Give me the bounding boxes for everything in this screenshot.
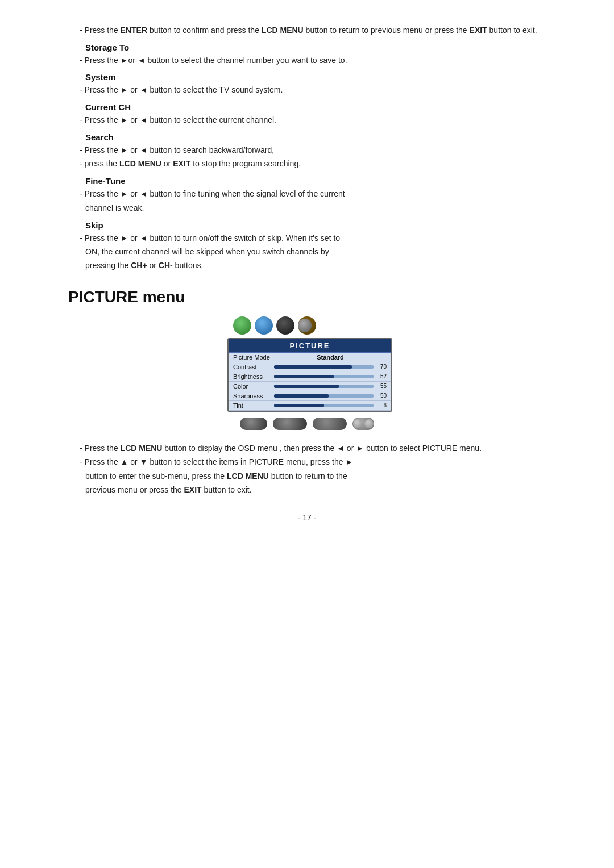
osd-num-contrast: 70: [375, 364, 387, 370]
bottom-instructions: - Press the LCD MENU button to display t…: [68, 443, 546, 496]
remote-icon-blue: [255, 316, 273, 335]
bottom-line-1: - Press the LCD MENU button to display t…: [74, 443, 546, 455]
osd-label-picture-mode: Picture Mode: [233, 354, 274, 361]
remote-icon-green: [233, 316, 251, 335]
osd-label-tint: Tint: [233, 402, 274, 409]
system-line: - Press the ► or ◄ button to select the …: [74, 84, 546, 97]
osd-row-sharpness: Sharpness 50: [229, 391, 391, 401]
enter-button-line: - Press the ENTER button to confirm and …: [74, 24, 546, 37]
bottom-line-2-cont1: button to enter the sub-menu, press the …: [85, 470, 546, 483]
osd-track-tint: [274, 404, 374, 407]
osd-screenshot-container: PICTURE Picture Mode Standard Contrast 7…: [68, 316, 546, 430]
osd-num-color: 55: [375, 383, 387, 389]
fine-tune-header: Fine-Tune: [85, 176, 546, 186]
search-line-1: - Press the ► or ◄ button to search back…: [74, 144, 546, 157]
osd-screen: PICTURE Picture Mode Standard Contrast 7…: [227, 338, 392, 412]
osd-wrapper: PICTURE Picture Mode Standard Contrast 7…: [205, 316, 409, 430]
osd-bar-color: 55: [274, 383, 387, 389]
remote-icons-bottom: [216, 418, 398, 430]
osd-row-tint: Tint 6: [229, 401, 391, 411]
osd-fill-tint: [274, 404, 324, 407]
skip-line-2: ON, the current channel will be skipped …: [85, 246, 546, 258]
osd-track-contrast: [274, 365, 374, 369]
osd-fill-color: [274, 385, 339, 388]
osd-label-sharpness: Sharpness: [233, 393, 274, 399]
osd-row-color: Color 55: [229, 382, 391, 391]
current-ch-header: Current CH: [85, 102, 546, 112]
bottom-line-2: - Press the ▲ or ▼ button to select the …: [74, 456, 546, 469]
picture-menu-title: PICTURE menu: [68, 288, 546, 306]
current-ch-line: - Press the ► or ◄ button to select the …: [74, 114, 546, 127]
osd-track-sharpness: [274, 394, 374, 398]
skip-line-3: pressing the CH+ or CH- buttons.: [85, 260, 546, 272]
skip-line-1: - Press the ► or ◄ button to turn on/off…: [74, 232, 546, 245]
remote-icon-dark: [276, 316, 294, 335]
fine-tune-line-cont: channel is weak.: [85, 202, 546, 215]
osd-fill-sharpness: [274, 394, 329, 398]
search-header: Search: [85, 132, 546, 142]
page-number: - 17 -: [68, 513, 546, 522]
osd-title: PICTURE: [229, 339, 391, 353]
osd-row-contrast: Contrast 70: [229, 362, 391, 372]
osd-fill-brightness: [274, 375, 334, 378]
remote-btn-2: [273, 418, 307, 430]
storage-to-header: Storage To: [85, 43, 546, 52]
osd-num-tint: 6: [375, 402, 387, 408]
remote-icons-top: [233, 316, 316, 335]
osd-row-brightness: Brightness 52: [229, 372, 391, 382]
osd-fill-contrast: [274, 365, 352, 369]
search-line-2: - press the LCD MENU or EXIT to stop the…: [74, 158, 546, 170]
osd-bar-brightness: 52: [274, 373, 387, 379]
remote-btn-1: [240, 418, 267, 430]
system-header: System: [85, 72, 546, 82]
intro-paragraph: - Press the ENTER button to confirm and …: [68, 24, 546, 272]
osd-row-picture-mode: Picture Mode Standard: [229, 353, 391, 362]
remote-btn-4: [352, 418, 374, 430]
osd-num-sharpness: 50: [375, 393, 387, 399]
osd-label-contrast: Contrast: [233, 364, 274, 370]
osd-track-brightness: [274, 375, 374, 378]
fine-tune-line: - Press the ► or ◄ button to fine tuning…: [74, 188, 546, 201]
bottom-line-2-cont2: previous menu or press the EXIT button t…: [85, 484, 546, 496]
osd-bar-sharpness: 50: [274, 393, 387, 399]
storage-to-line: - Press the ►or ◄ button to select the c…: [74, 55, 546, 67]
remote-btn-3: [313, 418, 347, 430]
remote-icon-small: [298, 319, 312, 332]
osd-label-brightness: Brightness: [233, 373, 274, 380]
skip-header: Skip: [85, 220, 546, 230]
osd-track-color: [274, 385, 374, 388]
osd-value-picture-mode: Standard: [274, 354, 387, 361]
osd-label-color: Color: [233, 383, 274, 390]
osd-bar-tint: 6: [274, 402, 387, 408]
osd-bar-contrast: 70: [274, 364, 387, 370]
osd-num-brightness: 52: [375, 373, 387, 379]
